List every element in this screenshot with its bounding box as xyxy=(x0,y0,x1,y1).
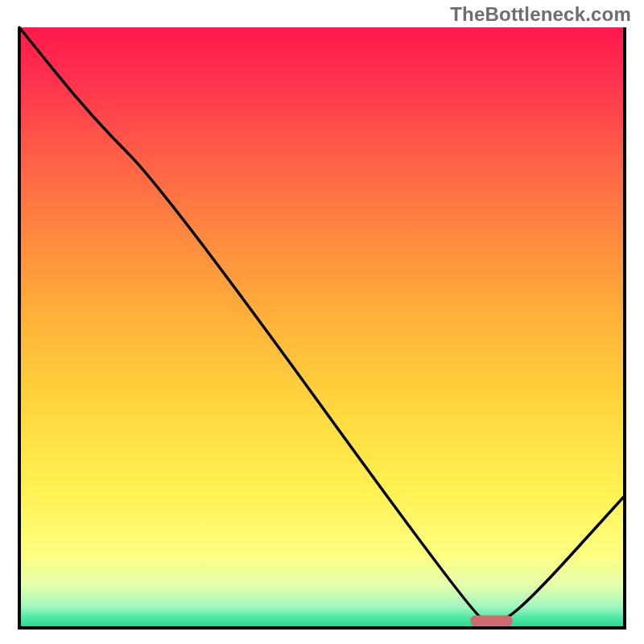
gradient-background xyxy=(19,27,625,628)
chart-container: TheBottleneck.com xyxy=(0,0,644,644)
bottleneck-chart xyxy=(0,0,644,644)
optimal-range-marker xyxy=(470,616,513,626)
